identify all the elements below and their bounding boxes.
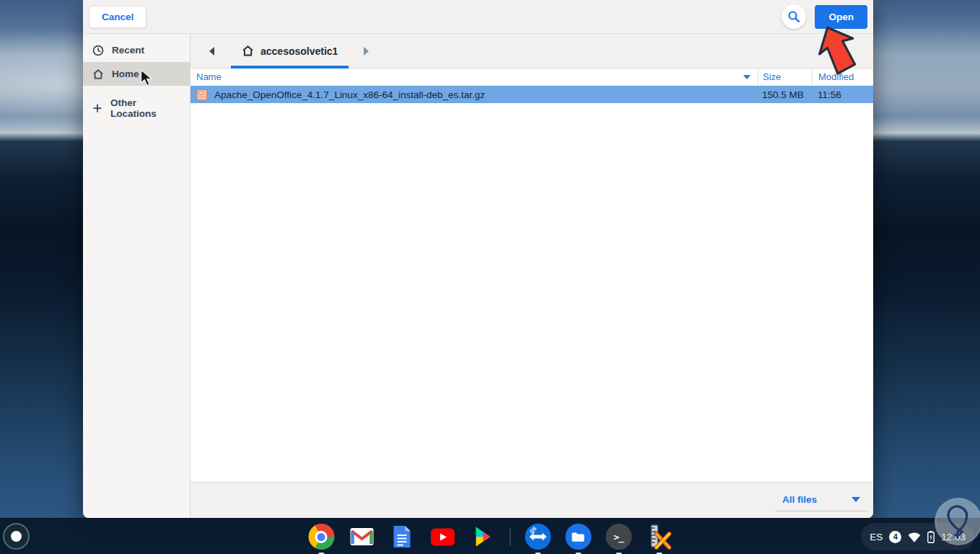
column-header-size[interactable]: Size [758, 69, 812, 85]
path-bar: accesosolvetic1 [191, 34, 873, 69]
file-size-cell: 150.5 MB [758, 86, 812, 103]
sidebar-item-recent[interactable]: Recent [83, 38, 190, 62]
teamviewer-quicksupport-app[interactable]: QS [525, 524, 551, 550]
taskbar: QS >_ [0, 518, 980, 554]
chevron-left-icon [208, 46, 215, 56]
archive-file-icon [196, 89, 208, 101]
gmail-icon [349, 527, 374, 546]
chrome-icon [308, 524, 334, 550]
home-icon [92, 69, 104, 80]
play-store-icon [472, 525, 494, 548]
home-icon [242, 45, 254, 57]
sidebar-item-label: Other Locations [110, 97, 180, 119]
file-name-text: Apache_OpenOffice_4.1.7_Linux_x86-64_ins… [214, 89, 485, 100]
filter-value: All files [782, 494, 817, 505]
file-open-dialog: Cancel Open Recent [83, 0, 873, 518]
app-launcher-button[interactable] [3, 523, 30, 550]
ruler-x-icon [647, 524, 671, 550]
play-store-app[interactable] [470, 524, 496, 550]
dialog-footer: All files [191, 482, 873, 518]
google-docs-app[interactable] [389, 524, 416, 550]
column-header-modified[interactable]: Modified [812, 69, 873, 85]
teamviewer-qs-icon: QS [525, 524, 551, 550]
taskbar-app-icons: QS >_ [308, 519, 673, 554]
dialog-content: accesosolvetic1 Name Size [191, 34, 873, 518]
file-list-header: Name Size Modified [191, 69, 873, 86]
keyboard-layout-label: ES [870, 532, 883, 542]
launcher-icon [11, 531, 22, 542]
dialog-header: Cancel Open [83, 0, 873, 34]
clock-label: 12:03 [941, 532, 966, 542]
clock-icon [92, 45, 104, 56]
search-button[interactable] [782, 4, 806, 29]
notification-count-badge: 4 [889, 531, 901, 543]
terminal-app[interactable]: >_ [605, 524, 632, 550]
chevron-down-icon [852, 497, 860, 502]
youtube-icon [430, 528, 455, 546]
google-docs-icon [393, 524, 412, 549]
file-name-cell: Apache_OpenOffice_4.1.7_Linux_x86-64_ins… [191, 86, 758, 103]
file-modified-cell: 11:56 [812, 86, 873, 103]
sidebar-item-label: Home [112, 69, 139, 79]
plus-icon [92, 103, 102, 113]
current-folder-label: accesosolvetic1 [261, 45, 338, 57]
path-segment-home[interactable]: accesosolvetic1 [231, 34, 349, 68]
files-app[interactable] [565, 524, 592, 550]
youtube-app[interactable] [429, 524, 456, 550]
sort-descending-icon [743, 75, 751, 79]
gmail-app[interactable] [349, 524, 375, 550]
sidebar-item-label: Recent [112, 45, 144, 56]
file-list-empty-area[interactable] [191, 103, 873, 482]
file-type-filter-dropdown[interactable]: All files [775, 490, 867, 511]
file-row-selected[interactable]: Apache_OpenOffice_4.1.7_Linux_x86-64_ins… [191, 86, 873, 103]
battery-charging-icon [927, 531, 935, 543]
path-forward-button[interactable] [359, 43, 375, 59]
chrome-app[interactable] [308, 524, 335, 550]
taskbar-separator [510, 527, 511, 546]
cancel-button[interactable]: Cancel [89, 6, 146, 28]
desktop: Cancel Open Recent [0, 0, 980, 554]
sidebar-item-other-locations[interactable]: Other Locations [83, 96, 190, 120]
chevron-right-icon [363, 46, 370, 56]
path-back-button[interactable] [204, 43, 219, 59]
dialog-body: Recent Home Other Locations [83, 34, 873, 518]
wifi-icon [908, 532, 921, 542]
ruler-x-app[interactable] [646, 524, 673, 550]
places-sidebar: Recent Home Other Locations [83, 34, 191, 518]
files-icon [565, 524, 591, 550]
status-tray[interactable]: ES 4 12:03 [861, 523, 974, 550]
terminal-icon: >_ [605, 524, 631, 550]
open-button[interactable]: Open [815, 5, 867, 29]
search-icon [787, 10, 800, 23]
column-header-name[interactable]: Name [191, 69, 758, 85]
sidebar-item-home[interactable]: Home [83, 62, 190, 86]
